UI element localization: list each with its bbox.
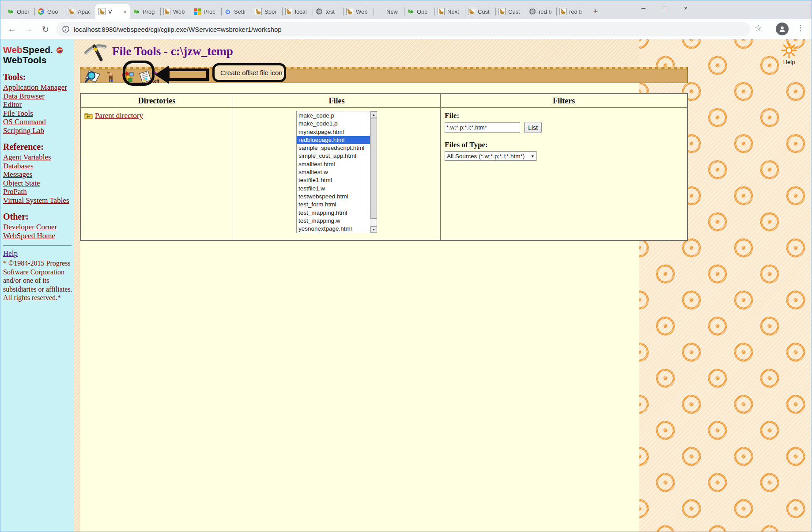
browser-tab[interactable]: Cust bbox=[465, 4, 495, 19]
file-list-item[interactable]: testwebspeed.html bbox=[297, 193, 370, 201]
sidebar-item-application-manager[interactable]: Application Manager bbox=[3, 83, 72, 92]
person-icon bbox=[778, 25, 786, 33]
file-list-item[interactable]: sample_speedscript.html bbox=[297, 144, 370, 152]
browser-tab[interactable]: red b bbox=[526, 4, 556, 19]
sidebar-item-messages[interactable]: Messages bbox=[3, 170, 72, 179]
scrollbar-thumb[interactable] bbox=[370, 118, 377, 219]
tab-title: Web bbox=[356, 8, 370, 15]
sidebar-divider bbox=[3, 245, 72, 246]
sidebar-item-object-state[interactable]: Object State bbox=[3, 179, 72, 188]
sidebar-help-link[interactable]: Help bbox=[3, 249, 18, 258]
sidebar-item-webspeed-home[interactable]: WebSpeed Home bbox=[3, 232, 72, 240]
tab-title: V bbox=[108, 8, 121, 15]
browser-tab[interactable]: red b bbox=[556, 4, 587, 19]
forward-icon[interactable]: → bbox=[23, 23, 35, 35]
bookmark-star-icon[interactable]: ☆ bbox=[755, 23, 762, 33]
annotation-circle bbox=[123, 61, 155, 86]
sidebar-item-propath[interactable]: ProPath bbox=[3, 187, 72, 196]
address-bar[interactable]: localhost:8980/webspeed/cgi/cgiip.exe/WS… bbox=[56, 22, 750, 36]
browser-tab[interactable]: Goo bbox=[34, 4, 65, 19]
file-list-item[interactable]: redbluepage.html bbox=[297, 136, 370, 144]
sidebar-item-file-tools[interactable]: File Tools bbox=[3, 109, 72, 118]
minimize-button[interactable]: ─ bbox=[633, 0, 654, 15]
reload-icon[interactable]: ↻ bbox=[39, 23, 52, 35]
listbox-scrollbar[interactable]: ▲ ▼ bbox=[370, 111, 377, 233]
sidebar-item-data-browser[interactable]: Data Browser bbox=[3, 92, 72, 101]
logo-web: Web bbox=[3, 45, 23, 55]
browser-tab[interactable]: Prog bbox=[130, 4, 160, 19]
tab-title: Oper bbox=[17, 8, 31, 15]
menu-kebab-icon[interactable]: ⋮ bbox=[795, 23, 806, 33]
browser-tab[interactable]: Proc bbox=[191, 4, 221, 19]
browser-tab[interactable]: Next bbox=[434, 4, 465, 19]
browser-tab[interactable]: Ope bbox=[404, 4, 434, 19]
browser-tab-active[interactable]: V× bbox=[95, 4, 130, 19]
sidebar-item-os-command[interactable]: OS Command bbox=[3, 118, 72, 126]
help-widget[interactable]: Help bbox=[778, 43, 801, 65]
file-list-item[interactable]: simple_cust_app.html bbox=[297, 152, 370, 160]
file-list-item[interactable]: testfile1.html bbox=[297, 176, 370, 184]
sidebar-item-agent-variables[interactable]: Agent Variables bbox=[3, 153, 72, 162]
profile-avatar[interactable] bbox=[776, 23, 789, 35]
close-icon[interactable]: × bbox=[123, 8, 127, 15]
browser-tab[interactable]: ⚙Setti bbox=[221, 4, 252, 19]
file-filter-input[interactable] bbox=[445, 122, 520, 133]
files-of-type-select[interactable]: All Sources (*.w;*.p;*.i;*.htm*) ▾ bbox=[445, 151, 536, 161]
files-listbox[interactable]: make_code.pmake_code1.pmynextpage.htmlre… bbox=[296, 111, 377, 233]
annotation-label-box: Create offset file icon bbox=[212, 63, 286, 82]
file-list-item[interactable]: testfile1.w bbox=[297, 185, 370, 193]
tab-title: Prog bbox=[143, 8, 157, 15]
sidebar-item-scripting-lab[interactable]: Scripting Lab bbox=[3, 126, 72, 135]
browser-tab[interactable]: Oper bbox=[4, 4, 34, 19]
file-list-item[interactable]: make_code1.p bbox=[297, 120, 370, 128]
browser-tab[interactable]: Cust bbox=[495, 4, 526, 19]
file-list-item[interactable]: smalltest.html bbox=[297, 160, 370, 168]
tomcat-icon bbox=[468, 8, 475, 15]
file-list-item[interactable]: test_mapping.w bbox=[297, 217, 370, 225]
back-icon[interactable]: ← bbox=[6, 23, 18, 35]
browser-tab[interactable]: test bbox=[313, 4, 343, 19]
tomcat-icon bbox=[438, 8, 445, 15]
folder-icon bbox=[84, 113, 93, 119]
sidebar-item-databases[interactable]: Databases bbox=[3, 162, 72, 171]
scroll-up-icon[interactable]: ▲ bbox=[370, 111, 377, 118]
parent-directory-link[interactable]: Parent directory bbox=[84, 111, 143, 120]
browser-tab[interactable]: Web bbox=[343, 4, 374, 19]
browser-tab[interactable]: local bbox=[282, 4, 313, 19]
sidebar-item-editor[interactable]: Editor bbox=[3, 100, 72, 109]
tomcat-icon bbox=[163, 8, 170, 15]
progress-icon bbox=[7, 8, 14, 15]
file-list-item[interactable]: smalltest.w bbox=[297, 168, 370, 176]
page-info-icon[interactable] bbox=[62, 26, 69, 33]
tab-title: Proc bbox=[204, 8, 218, 15]
list-button[interactable]: List bbox=[524, 122, 542, 133]
browser-tab[interactable]: Spor bbox=[252, 4, 282, 19]
file-list-item[interactable]: test_mapping.html bbox=[297, 209, 370, 217]
view-file-icon[interactable] bbox=[85, 70, 101, 83]
sidebar-item-virtual-system-tables[interactable]: Virtual System Tables bbox=[3, 196, 72, 205]
files-of-type-value: All Sources (*.w;*.p;*.i;*.htm*) bbox=[447, 153, 525, 160]
sidebar-item-developer-corner[interactable]: Developer Corner bbox=[3, 223, 72, 232]
file-list-item[interactable]: test_form.html bbox=[297, 201, 370, 209]
new-tab-button[interactable]: + bbox=[589, 5, 602, 18]
google-icon bbox=[38, 8, 45, 15]
copyright-text: * ©1984-2015 Progress Software Corporati… bbox=[3, 259, 72, 302]
browser-tab[interactable]: Web bbox=[160, 4, 191, 19]
browser-tab[interactable]: Apac bbox=[65, 4, 95, 19]
browser-tab[interactable]: New Tab bbox=[374, 4, 404, 19]
file-list-item[interactable]: yesnonextpage.html bbox=[297, 225, 370, 233]
edit-file-icon[interactable] bbox=[106, 70, 115, 83]
file-filter-label: File: bbox=[445, 111, 687, 120]
close-button[interactable]: × bbox=[675, 0, 696, 15]
file-list-item[interactable]: make_code.p bbox=[297, 112, 370, 120]
tab-title: test bbox=[325, 8, 340, 15]
webtools-sidebar: WebSpeed. WebTools Tools:Application Man… bbox=[0, 39, 74, 532]
tab-title: Spor bbox=[264, 8, 279, 15]
file-list-item[interactable]: mynextpage.html bbox=[297, 128, 370, 136]
logo-speed: Speed. bbox=[23, 45, 53, 55]
browser-window: OperGooApacV×ProgWebProc⚙SettiSporlocalt… bbox=[0, 0, 812, 532]
filters-cell: File: List Files of Type: All Sources (*… bbox=[441, 108, 687, 240]
globe-icon bbox=[316, 8, 323, 15]
maximize-button[interactable]: □ bbox=[654, 0, 675, 15]
scroll-down-icon[interactable]: ▼ bbox=[370, 226, 377, 233]
